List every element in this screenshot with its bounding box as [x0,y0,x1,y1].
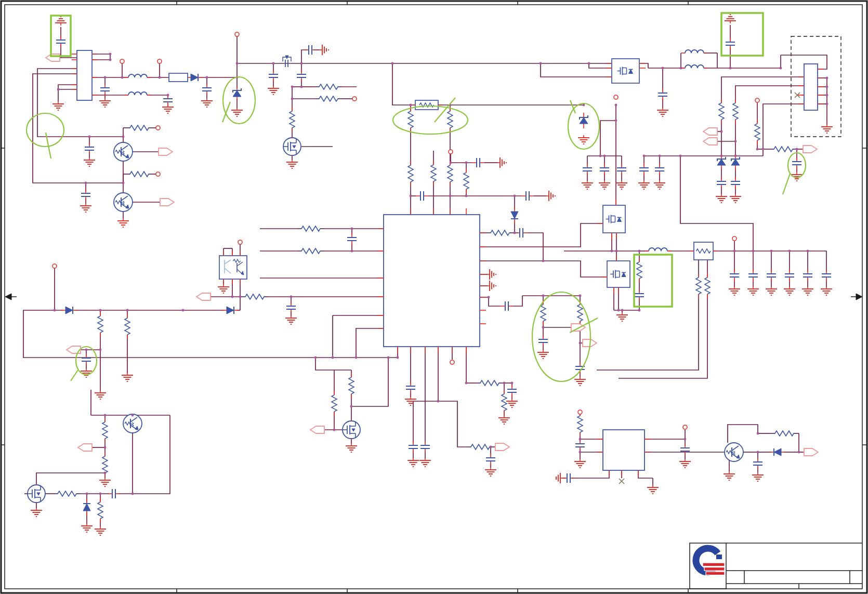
net-port-arrow-icon [46,54,60,61]
zener-diode-symbol [580,117,588,124]
junction-dot [314,357,317,359]
junction-dot [583,104,585,107]
schematic-canvas[interactable] [0,0,868,594]
junction-dot [57,88,60,91]
junction-dot [465,162,468,164]
diode-symbol [191,74,198,81]
net-port-arrow-icon [703,128,717,135]
diode-symbol [774,448,781,456]
zener-diode-symbol [233,90,241,97]
junction-dot [807,250,809,253]
junction-dot [488,296,490,299]
resistor-symbol [125,318,130,335]
junction-dot [638,309,641,312]
wire [480,223,603,247]
mosfet-package [612,59,639,83]
junction-dot [291,98,294,100]
zener-diode-symbol [717,159,726,165]
resistor-symbol [298,248,324,254]
junction-dot [300,62,303,65]
junction-dot [603,155,606,157]
connector-block [804,64,818,110]
junction-dot [121,76,124,79]
resistor-symbol [332,395,337,412]
inductor-symbol [128,92,147,95]
junction-dot [351,250,353,253]
net-port-arrow-icon [160,199,174,206]
resistor-symbol [298,226,324,231]
junction-dot [579,451,582,454]
wire [541,63,612,77]
frame-center-arrow-icon [856,294,862,300]
inductor-symbol [685,65,704,68]
net-port-arrow-icon [571,324,585,331]
junction-dot [355,357,358,359]
company-logo [716,555,722,559]
annotation-ellipse [393,106,468,134]
resistor-symbol [54,491,80,496]
junction-dot [236,62,239,65]
open-terminal [156,126,160,130]
junction-dot [680,67,682,70]
inductor-symbol [649,248,667,251]
net-port-arrow-icon [78,444,92,451]
junction-dot [579,438,582,441]
resistor-symbol [126,171,152,177]
transistor-symbol [725,443,743,461]
junction-dot [351,228,353,230]
junction-dot [410,104,412,107]
junction-dot [450,162,452,164]
schematic-svg [0,0,868,594]
wire [480,297,501,306]
component-box [169,73,188,82]
company-logo [706,572,725,575]
open-terminal [683,425,687,429]
junction-dot [104,414,107,417]
wire [728,425,758,443]
junction-dot [540,62,542,65]
junction-dot [615,250,618,253]
junction-dot [104,472,107,474]
net-port-arrow-icon [310,426,324,433]
junction-dot [615,104,617,107]
junction-dot [684,438,687,441]
junction-dot [514,195,516,197]
wire [763,104,804,156]
junction-dot [387,357,390,359]
open-terminal [449,150,453,154]
junction-dot [272,62,275,65]
open-terminal [238,240,242,244]
junction-dot [391,62,394,65]
junction-dot [109,53,112,56]
annotation-rect [634,255,672,307]
junction-dot [679,155,682,157]
junction-dot [465,382,468,385]
junction-dot [729,67,732,70]
junction-dot [659,155,661,157]
open-terminal [732,236,737,241]
net-port-arrow-icon [495,443,509,451]
wire [356,328,384,358]
junction-dot [131,493,134,495]
junction-dot [826,86,828,88]
junction-dot [579,342,582,345]
transistor-symbol [114,142,133,161]
annotation-line [783,174,790,194]
company-logo [704,567,725,571]
wire [438,401,468,447]
junction-dot [182,309,185,312]
junction-dot [588,62,590,65]
input-module-block [77,50,92,100]
junction-dot [503,382,506,385]
junction-dot [104,76,107,79]
junction-dot [206,76,208,79]
open-terminal [578,410,582,414]
diode-symbol [65,307,73,314]
junction-dot [99,349,102,351]
junction-dot [780,67,782,70]
resistor-symbol [448,111,453,128]
junction-dot [437,400,440,403]
resistor-symbol [637,262,642,279]
junction-dot [542,295,545,297]
inductor-symbol [128,74,147,77]
